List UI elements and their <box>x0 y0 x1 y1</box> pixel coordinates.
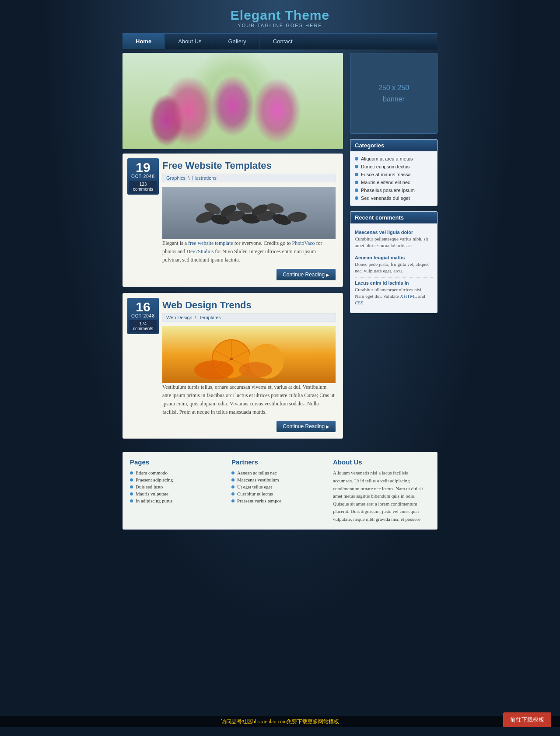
footer-page-link-3[interactable]: Duis sed justo <box>136 484 163 489</box>
post-1-category-graphics[interactable]: Graphics <box>166 175 186 181</box>
svg-point-16 <box>239 362 272 378</box>
recent-comments-title: Recent comments <box>350 212 437 223</box>
post-1-footer: Continue Reading <box>162 269 336 280</box>
post-1-title-link[interactable]: Free Website Templates <box>162 160 272 171</box>
nav-item-contact[interactable]: Contact <box>260 34 306 49</box>
post-2-title-link[interactable]: Web Design Trends <box>162 300 252 310</box>
watermark: 访问品号社区bbs.xienlao.com免费下载更多网站模板 <box>0 716 560 727</box>
category-label-5: Phasellus posuere ipsum <box>361 188 415 193</box>
nav-link-home[interactable]: Home <box>122 34 165 49</box>
footer-partners-list: Aenean ac tellus nec Maecenas vestibulum… <box>231 469 324 504</box>
footer-partners-title: Partners <box>231 458 324 466</box>
post-2-date: 16 OCT 2048 174 comments <box>127 298 159 334</box>
post-1-title: Free Website Templates <box>162 160 336 171</box>
post-2-image <box>162 326 336 383</box>
footer-about-col: About Us Aliquam venenatis nisl a lacus … <box>329 458 430 523</box>
footer-page-link-1[interactable]: Etiam commodo <box>136 470 168 475</box>
svg-point-15 <box>194 360 234 380</box>
post-1-image <box>162 187 336 239</box>
footer-partner-link-5[interactable]: Praesent varius tempor <box>237 498 281 503</box>
category-dot-6 <box>355 196 358 200</box>
download-button[interactable]: 前往下载模板 <box>503 712 551 727</box>
footer-page-1: Etiam commodo <box>130 469 223 476</box>
categories-content: Aliquam ut arcu a metus Donec eu ipsum l… <box>350 151 437 206</box>
main-nav: Home About Us Gallery Contact <box>122 33 438 49</box>
post-2-day: 16 <box>129 300 157 314</box>
comment-2: Aenean feugiat mattis Donec pede justo, … <box>355 252 433 278</box>
post-1-continue-reading[interactable]: Continue Reading <box>276 269 336 280</box>
category-dot-1 <box>355 157 358 160</box>
nav-item-home[interactable]: Home <box>122 34 165 49</box>
category-dot-5 <box>355 188 358 192</box>
footer-partners-col: Partners Aenean ac tellus nec Maecenas v… <box>227 458 329 523</box>
post-2-category-webdesign[interactable]: Web Design <box>166 315 192 320</box>
category-label-6: Sed venenatis dui eget <box>361 195 410 201</box>
post-2-comments: 174 comments <box>129 320 157 332</box>
footer-page-link-4[interactable]: Mauris vulputate <box>136 491 168 496</box>
footer-partner-link-1[interactable]: Aenean ac tellus nec <box>237 470 277 475</box>
nav-item-about[interactable]: About Us <box>165 34 215 49</box>
footer-partner-dot-1 <box>231 471 234 474</box>
post-2-inner: 16 OCT 2048 174 comments Web Design Tren… <box>123 293 343 439</box>
post-2-footer: Continue Reading <box>162 421 336 432</box>
nav-link-gallery[interactable]: Gallery <box>215 34 260 49</box>
nav-item-gallery[interactable]: Gallery <box>215 34 260 49</box>
footer-partner-link-2[interactable]: Maecenas vestibulum <box>237 477 279 482</box>
category-dot-4 <box>355 181 358 184</box>
comment-3-text: Curabitur ullamcorper ultrices nisi. Nam… <box>355 286 433 307</box>
footer-about-title: About Us <box>333 458 426 466</box>
post-1-link-dev7studios[interactable]: Dev7Studios <box>186 248 214 255</box>
comment-3: Lacus enim id lacinia in Curabitur ullam… <box>355 278 433 309</box>
footer-page-2: Praesent adipiscing <box>130 476 223 483</box>
post-2-title: Web Design Trends <box>162 300 336 311</box>
hero-image <box>122 53 343 149</box>
comment-3-css-link[interactable]: CSS <box>355 300 364 305</box>
footer-partner-dot-2 <box>231 478 234 481</box>
category-label-1: Aliquam ut arcu a metus <box>361 156 413 161</box>
post-1-link-photovaco[interactable]: PhotoVaco <box>292 240 315 246</box>
site-tagline: YOUR TAGLINE GOES HERE <box>0 23 560 28</box>
footer-partner-5: Praesent varius tempor <box>231 497 324 504</box>
recent-comments-content: Maecenas vel ligula dolor Curabitur pell… <box>350 223 437 313</box>
sidebar: 250 x 250banner Categories Aliquam ut ar… <box>350 53 438 445</box>
nav-link-contact[interactable]: Contact <box>260 34 306 49</box>
post-1-text: Elegant is a free website template for e… <box>162 239 336 265</box>
recent-comments-widget: Recent comments Maecenas vel ligula dolo… <box>350 211 438 313</box>
post-1-category-illustrations[interactable]: Illustrations <box>192 175 217 181</box>
footer-partner-link-4[interactable]: Curabitur ut lectus <box>237 491 273 496</box>
category-2: Donec eu ipsum lectus <box>355 163 433 171</box>
post-1-comments: 123 comments <box>129 181 157 193</box>
post-1-date: 19 OCT 2048 123 comments <box>127 158 159 195</box>
comment-3-title[interactable]: Lacus enim id lacinia in <box>355 280 433 286</box>
post-2: 16 OCT 2048 174 comments Web Design Tren… <box>122 293 343 439</box>
comment-1-text: Curabitur pellentesque varius nibh, sit … <box>355 236 433 249</box>
page-footer: Pages Etiam commodo Praesent adipiscing … <box>122 452 438 530</box>
post-1-link-template[interactable]: free website template <box>188 240 233 246</box>
nav-link-about[interactable]: About Us <box>165 34 215 49</box>
footer-pages-col: Pages Etiam commodo Praesent adipiscing … <box>130 458 227 523</box>
comment-1-title[interactable]: Maecenas vel ligula dolor <box>355 230 433 235</box>
footer-page-link-2[interactable]: Praesent adipiscing <box>136 477 173 482</box>
comment-3-xhtml-link[interactable]: XHTML <box>400 293 417 299</box>
footer-partner-dot-4 <box>231 492 234 495</box>
post-2-category-templates[interactable]: Templates <box>199 315 221 320</box>
hero-flowers <box>122 53 343 149</box>
comment-2-text: Donec pede justo, fringilla vel, aliquet… <box>355 261 433 275</box>
site-header: Elegant Theme YOUR TAGLINE GOES HERE <box>0 0 560 33</box>
post-2-continue-reading[interactable]: Continue Reading <box>276 421 336 432</box>
site-title: Elegant Theme <box>0 8 560 23</box>
category-dot-3 <box>355 173 358 176</box>
category-3: Fusce at mauris massa <box>355 171 433 178</box>
footer-page-dot-3 <box>130 485 133 488</box>
category-1: Aliquam ut arcu a metus <box>355 155 433 163</box>
footer-pages-list: Etiam commodo Praesent adipiscing Duis s… <box>130 469 223 504</box>
footer-page-link-5[interactable]: In adipiscing purus <box>136 498 172 503</box>
footer-partner-4: Curabitur ut lectus <box>231 490 324 497</box>
footer-page-5: In adipiscing purus <box>130 497 223 504</box>
footer-page-dot-4 <box>130 492 133 495</box>
footer-pages-title: Pages <box>130 458 223 466</box>
footer-partner-link-3[interactable]: Ut eget tellus eget <box>237 484 272 489</box>
comment-2-title[interactable]: Aenean feugiat mattis <box>355 255 433 260</box>
post-1-month-year: OCT 2048 <box>129 174 157 179</box>
main-content: 19 OCT 2048 123 comments Free Website Te… <box>122 53 343 445</box>
